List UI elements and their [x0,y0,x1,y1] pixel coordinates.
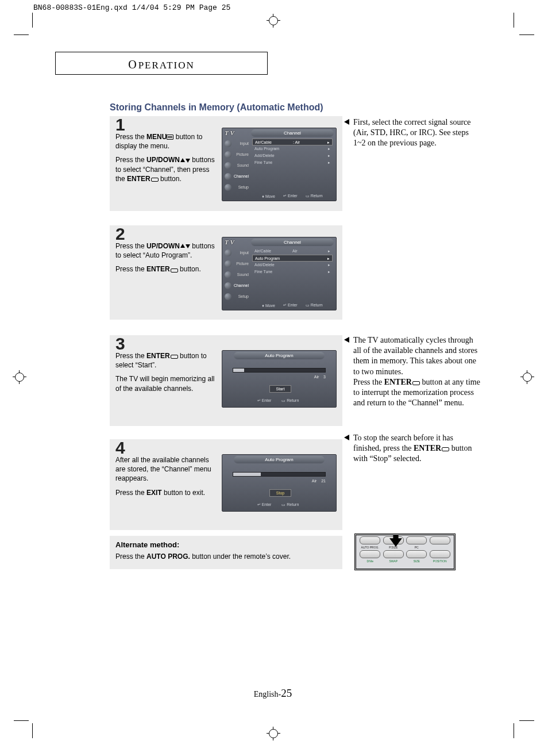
crop-mark [519,34,534,35]
osd-title: Auto Program [234,456,325,463]
remote-button-illustration [360,550,380,558]
osd-side-tabs: Input Picture Sound Channel Setup [223,139,250,191]
crop-mark [519,720,534,721]
side-note-1: First, select the correct signal source … [353,117,482,149]
stop-button: Stop [269,489,291,497]
page-number: 25 [281,687,292,699]
osd-hint-move: ♦ Move [262,194,275,198]
section-title: OPERATION [56,58,267,71]
up-down-icon [180,244,190,249]
step-number: 1 [115,115,125,135]
registration-mark-icon [13,370,26,384]
start-button: Start [269,385,291,393]
osd-tab-sound: Sound [223,270,250,280]
enter-icon [170,354,178,359]
osd-title: Channel [251,129,334,137]
crop-mark [32,13,33,28]
side-note-2: The TV automatically cycles through all … [353,335,482,408]
osd-tab-picture: Picture [223,149,250,160]
remote-label [430,546,450,549]
osd-screenshot-channel-menu: T V Channel Input Picture Sound Channel … [222,128,337,201]
crop-mark [32,723,33,738]
osd-tab-input: Input [223,248,250,258]
step-2: 2 Press the UP/DOWN buttons to select “A… [110,225,342,320]
page: BN68-00883S-01Eng.qxd 1/4/04 5:29 PM Pag… [0,0,548,756]
enter-icon [150,176,159,182]
osd-item-autoprogram: Auto Program▸ [252,255,333,262]
svg-marker-0 [389,534,402,547]
remote-illustration: AUTO PROG. P.SIZE PC DNIe SWAP SIZE POSI… [354,534,456,570]
progress-bar [233,368,326,373]
osd-menu-items: Air/Cable: Air▸ Auto Program▸ Add/Delete… [252,139,333,166]
osd-footer: ↵ Enter ▭ Return [222,398,334,405]
crop-mark [514,13,514,28]
osd-item-finetune: Fine Tune▸ [252,268,333,275]
remote-label-pc: PC [407,546,426,549]
osd-menu-items: Air/CableAir▸ Auto Program▸ Add/Delete▸ … [252,248,333,275]
scan-status: Air 3 [314,375,326,379]
osd-hint-return: ▭ Return [306,194,323,198]
osd-item-autoprogram: Auto Program▸ [252,145,333,152]
topic-heading: Storing Channels in Memory (Automatic Me… [110,102,323,113]
osd-hint-enter: ↵ Enter [283,303,298,308]
remote-label-swap: SWAP [384,559,403,563]
pointer-arrow-icon [389,534,402,547]
osd-tab-input: Input [223,139,250,149]
up-down-icon [180,158,190,163]
triangle-left-icon [344,337,349,343]
remote-button-illustration [430,536,450,544]
crop-mark [14,720,29,721]
osd-footer: ↵ Enter ▭ Return [222,502,334,509]
osd-footer: ♦ Move ↵ Enter ▭ Return [251,193,334,199]
osd-tab-sound: Sound [223,160,250,171]
step-number: 3 [115,334,125,354]
osd-tv-tag: T V [225,239,234,245]
step-instructions: After all the available channels are sto… [115,455,218,502]
triangle-left-icon [344,435,349,440]
osd-side-tabs: Input Picture Sound Channel Setup [223,248,250,301]
alternate-method-title: Alternate method: [115,540,337,549]
enter-icon [412,380,420,385]
enter-icon [441,446,449,451]
step-4: 4 After all the available channels are s… [110,439,342,530]
step-instructions: Press the UP/DOWN buttons to select “Aut… [115,241,218,279]
scan-status: Air 21 [312,479,326,483]
crop-mark [514,723,514,738]
page-content: OPERATION Storing Channels in Memory (Au… [32,34,514,720]
remote-button-illustration [430,550,450,558]
osd-tab-picture: Picture [223,259,250,269]
osd-tab-setup: Setup [223,182,250,193]
section-tab: OPERATION [55,52,268,75]
remote-label-position: POSITION [430,559,450,563]
remote-label-autoprog: AUTO PROG. [360,546,380,549]
osd-tv-tag: T V [225,129,234,136]
osd-item-adddelete: Add/Delete▸ [252,152,333,159]
page-footer: English-25 [32,687,514,700]
step-number: 2 [115,224,125,244]
step-1: 1 Press the MENU button to display the m… [110,116,342,211]
osd-item-aircable: Air/CableAir▸ [252,248,333,255]
osd-screenshot-autoprogram-select: T V Channel Input Picture Sound Channel … [222,237,337,310]
slug-line: BN68-00883S-01Eng.qxd 1/4/04 5:29 PM Pag… [33,3,230,12]
osd-hint-enter: ↵ Enter [283,194,298,198]
remote-button-illustration [360,536,380,544]
registration-mark-icon [267,727,280,740]
alternate-method-block: Alternate method: Press the AUTO PROG. b… [110,536,342,569]
osd-hint-return: ▭ Return [281,502,299,509]
enter-icon [170,267,178,273]
osd-hint-return: ▭ Return [306,303,323,308]
osd-footer: ♦ Move ↵ Enter ▭ Return [251,302,334,309]
triangle-left-icon [344,119,349,125]
remote-label-size: SIZE [407,559,426,563]
osd-hint-move: ♦ Move [262,304,275,308]
step-instructions: Press the MENU button to display the men… [115,132,218,188]
remote-button-illustration [406,536,427,544]
osd-tab-channel: Channel [223,281,250,291]
registration-mark-icon [520,370,534,384]
step-instructions: Press the ENTER button to select “Start”… [115,351,218,398]
osd-item-finetune: Fine Tune▸ [252,159,333,166]
osd-title: Auto Program [234,352,325,359]
progress-bar [233,472,326,477]
alternate-method-text: Press the AUTO PROG. button under the re… [115,552,337,561]
remote-button-illustration [406,550,427,558]
